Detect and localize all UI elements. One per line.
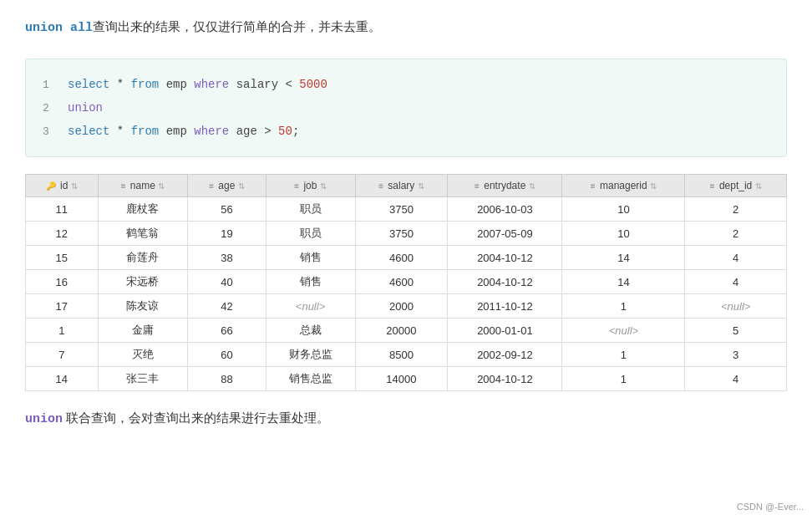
table-cell: 40: [188, 270, 266, 294]
table-cell: 16: [26, 270, 99, 294]
intro-description: 查询出来的结果，仅仅进行简单的合并，并未去重。: [93, 19, 381, 33]
code-line: 1select * from emp where salary < 5000: [43, 73, 769, 96]
table-cell: 4: [685, 246, 787, 270]
sql-text: *: [109, 78, 130, 91]
table-row: 14张三丰88销售总监140002004-10-1214: [26, 367, 787, 391]
sql-keyword-blue: select: [68, 78, 109, 91]
table-cell: 金庸: [98, 319, 188, 343]
table-cell: 56: [188, 197, 266, 222]
table-cell: 2000-01-01: [448, 319, 562, 343]
table-cell: 17: [26, 294, 99, 319]
table-header-cell[interactable]: ≡ salary ⇅: [355, 175, 448, 197]
footer-description: 联合查询，会对查询出来的结果进行去重处理。: [63, 410, 329, 425]
table-cell: 10: [562, 222, 685, 246]
table-header-cell[interactable]: ≡ entrydate ⇅: [448, 175, 562, 197]
sql-number: 50: [278, 125, 292, 138]
table-cell: 10: [562, 197, 685, 222]
table-cell: 职员: [266, 222, 355, 246]
line-number: 2: [43, 98, 68, 120]
sql-keyword-blue: from: [131, 125, 160, 138]
sql-text: ;: [292, 125, 299, 138]
sql-keyword-blue: select: [68, 125, 109, 138]
table-header-cell[interactable]: ≡ age ⇅: [188, 175, 266, 197]
table-header-cell[interactable]: ≡ job ⇅: [266, 175, 355, 197]
header-row: 🔑 id ⇅≡ name ⇅≡ age ⇅≡ job ⇅≡ salary ⇅≡ …: [26, 175, 787, 197]
code-line: 2union: [43, 96, 769, 120]
table-header-cell[interactable]: ≡ dept_id ⇅: [685, 175, 787, 197]
table-cell: 鹿杖客: [98, 197, 188, 222]
sql-text: <: [286, 78, 300, 91]
table-cell: 14000: [355, 367, 448, 391]
table-header-cell[interactable]: 🔑 id ⇅: [26, 175, 99, 197]
footer-keyword: union: [25, 412, 63, 426]
table-cell: 销售: [266, 270, 355, 294]
table-cell: 38: [188, 246, 266, 270]
table-cell: 15: [26, 246, 99, 270]
table-cell: 张三丰: [98, 367, 188, 391]
line-number: 1: [43, 74, 68, 96]
table-cell: 3750: [355, 222, 448, 246]
null-value: <null>: [609, 324, 638, 337]
table-cell: 2011-10-12: [448, 294, 562, 319]
table-cell: 1: [562, 294, 685, 319]
sql-keyword: union: [68, 101, 103, 115]
table-body: 11鹿杖客56职员37502006-10-0310212鹤笔翁19职员37502…: [26, 197, 787, 391]
table-header: 🔑 id ⇅≡ name ⇅≡ age ⇅≡ job ⇅≡ salary ⇅≡ …: [26, 175, 787, 197]
table-cell: 4600: [355, 246, 448, 270]
table-cell: 66: [188, 319, 266, 343]
sql-text: *: [109, 125, 130, 138]
sql-number: 5000: [299, 78, 327, 91]
sql-text: salary: [229, 78, 285, 91]
table-cell: 宋远桥: [98, 270, 188, 294]
table-cell: 3750: [355, 197, 448, 222]
table-cell: 俞莲舟: [98, 246, 188, 270]
table-cell: 2: [685, 222, 787, 246]
table-cell: <null>: [266, 294, 355, 319]
table-cell: 2004-10-12: [448, 367, 562, 391]
table-cell: 总裁: [266, 319, 355, 343]
table-cell: 88: [188, 367, 266, 391]
line-content: select * from emp where age > 50;: [68, 120, 299, 143]
line-content: select * from emp where salary < 5000: [68, 73, 327, 96]
table-cell: 2000: [355, 294, 448, 319]
table-cell: 销售总监: [266, 367, 355, 391]
table-cell: 14: [26, 367, 99, 391]
sql-text: age: [229, 125, 264, 138]
table-cell: 2: [685, 197, 787, 222]
table-cell: <null>: [685, 294, 787, 319]
sql-keyword: where: [194, 125, 229, 138]
table-cell: 陈友谅: [98, 294, 188, 319]
sql-keyword-blue: from: [131, 78, 160, 91]
footer-text: union 联合查询，会对查询出来的结果进行去重处理。: [25, 408, 787, 430]
table-cell: 销售: [266, 246, 355, 270]
code-block: 1select * from emp where salary < 50002u…: [25, 59, 787, 157]
table-cell: 4: [685, 367, 787, 391]
table-row: 7灭绝60财务总监85002002-09-1213: [26, 343, 787, 367]
table-cell: 60: [188, 343, 266, 367]
table-cell: 4: [685, 270, 787, 294]
table-header-cell[interactable]: ≡ managerid ⇅: [562, 175, 685, 197]
table-cell: 12: [26, 222, 99, 246]
table-cell: 2006-10-03: [448, 197, 562, 222]
watermark: CSDN @-Ever...: [737, 502, 804, 512]
table-cell: 2002-09-12: [448, 343, 562, 367]
null-value: <null>: [296, 300, 325, 313]
table-header-cell[interactable]: ≡ name ⇅: [98, 175, 188, 197]
table-cell: 5: [685, 319, 787, 343]
table-cell: 1: [562, 367, 685, 391]
table-cell: 2004-10-12: [448, 246, 562, 270]
result-table: 🔑 id ⇅≡ name ⇅≡ age ⇅≡ job ⇅≡ salary ⇅≡ …: [25, 174, 787, 391]
intro-text: union all查询出来的结果，仅仅进行简单的合并，并未去重。: [25, 17, 787, 38]
table-cell: 1: [26, 319, 99, 343]
table-cell: <null>: [562, 319, 685, 343]
table-cell: 职员: [266, 197, 355, 222]
data-table-wrapper: 🔑 id ⇅≡ name ⇅≡ age ⇅≡ job ⇅≡ salary ⇅≡ …: [25, 174, 787, 391]
table-cell: 2004-10-12: [448, 270, 562, 294]
table-cell: 19: [188, 222, 266, 246]
table-row: 17陈友谅42<null>20002011-10-121<null>: [26, 294, 787, 319]
sql-text: >: [264, 125, 278, 138]
sql-text: emp: [159, 125, 194, 138]
table-row: 15俞莲舟38销售46002004-10-12144: [26, 246, 787, 270]
code-line: 3select * from emp where age > 50;: [43, 120, 769, 143]
table-cell: 14: [562, 246, 685, 270]
